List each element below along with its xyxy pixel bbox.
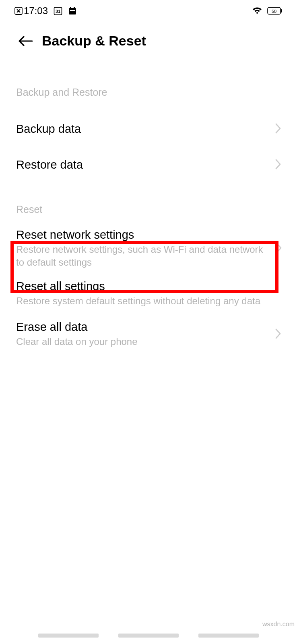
nav-home[interactable]: [118, 634, 179, 638]
page-title: Backup & Reset: [42, 33, 146, 49]
wifi-icon: [252, 7, 262, 15]
status-bar: 17:03 31 50: [0, 0, 297, 21]
setting-description: Restore network settings, such as Wi-Fi …: [16, 243, 271, 269]
restore-data-item[interactable]: Restore data: [16, 147, 281, 183]
setting-title: Erase all data: [16, 320, 271, 334]
svg-text:31: 31: [56, 9, 60, 14]
svg-text:50: 50: [272, 9, 276, 14]
setting-title: Backup data: [16, 122, 271, 136]
backup-data-item[interactable]: Backup data: [16, 111, 281, 147]
nav-back[interactable]: [198, 634, 259, 638]
chevron-right-icon: [275, 159, 281, 171]
event-icon: [68, 6, 77, 15]
status-time: 17:03: [14, 5, 48, 17]
svg-rect-4: [70, 7, 71, 9]
setting-description: Restore system default settings without …: [16, 295, 281, 308]
svg-rect-5: [74, 7, 75, 9]
back-arrow-icon[interactable]: [18, 35, 33, 47]
nav-recents[interactable]: [38, 634, 99, 638]
erase-all-data-item[interactable]: Erase all data Clear all data on your ph…: [16, 314, 281, 356]
chevron-right-icon: [275, 123, 281, 135]
setting-description: Clear all data on your phone: [16, 335, 271, 348]
status-time-text: 17:03: [24, 5, 48, 17]
reset-all-settings-item[interactable]: Reset all settings Restore system defaul…: [16, 274, 281, 314]
chevron-right-icon: [275, 328, 281, 341]
battery-icon: 50: [267, 7, 283, 15]
chevron-right-icon: [276, 243, 282, 255]
navigation-bar: [0, 626, 297, 644]
header: Backup & Reset: [0, 21, 297, 58]
calendar-icon: 31: [54, 6, 62, 15]
setting-title: Reset all settings: [16, 280, 281, 293]
section-header-backup: Backup and Restore: [16, 87, 281, 98]
svg-rect-3: [69, 8, 76, 14]
reset-network-settings-item[interactable]: Reset network settings Restore network s…: [16, 220, 281, 274]
svg-rect-8: [281, 9, 282, 12]
setting-title: Reset network settings: [16, 228, 271, 242]
svg-rect-6: [70, 10, 75, 11]
section-header-reset: Reset: [16, 204, 281, 215]
watermark: wsxdn.com: [262, 621, 295, 628]
status-right: 50: [252, 7, 283, 15]
setting-title: Restore data: [16, 158, 271, 171]
content: Backup and Restore Backup data Restore d…: [0, 87, 297, 357]
status-left: 17:03 31: [14, 5, 77, 17]
close-square-icon: [14, 7, 23, 15]
